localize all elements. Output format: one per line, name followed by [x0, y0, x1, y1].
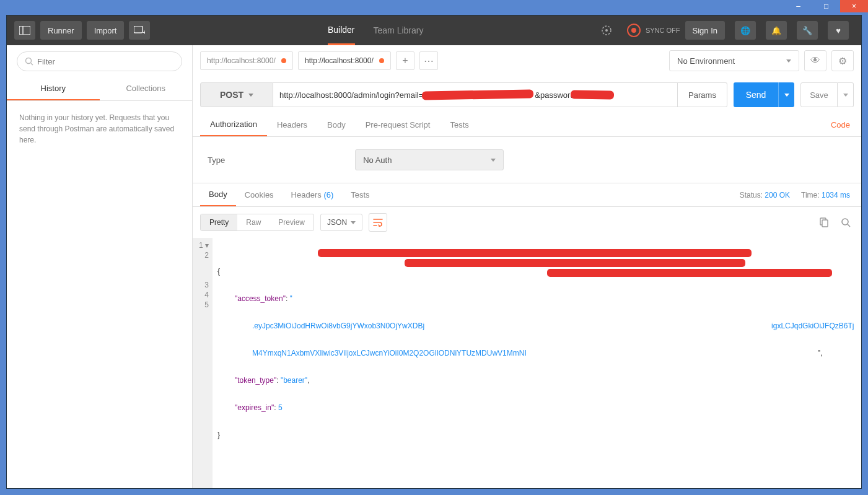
request-tab-0[interactable]: http://localhost:8000/ — [200, 51, 293, 70]
toggle-sidebar-button[interactable] — [14, 21, 35, 40]
minimize-button[interactable]: – — [784, 0, 812, 12]
response-body-toolbar: Pretty Raw Preview JSON — [193, 207, 861, 238]
chevron-down-icon — [491, 159, 496, 162]
request-body-tab[interactable]: Body — [317, 114, 356, 136]
wrap-lines-button[interactable] — [369, 213, 387, 232]
auth-type-label: Type — [208, 156, 225, 165]
builder-tab[interactable]: Builder — [328, 15, 355, 45]
status-value: 200 OK — [765, 191, 790, 199]
environment-quicklook-button[interactable]: 👁 — [804, 50, 826, 71]
request-builder-row: POST http://localhost:8000/admin/login?e… — [193, 76, 861, 113]
dirty-indicator-icon — [281, 58, 286, 63]
wrap-icon — [373, 218, 383, 227]
http-method-label: POST — [220, 90, 243, 100]
send-options-button[interactable] — [778, 82, 794, 107]
request-tab-title: http://localhost:8000/ — [305, 56, 374, 65]
filter-input[interactable] — [37, 57, 174, 66]
sign-in-button[interactable]: Sign In — [685, 21, 725, 40]
authorization-panel: Type No Auth — [193, 137, 861, 183]
chevron-down-icon — [784, 94, 789, 97]
settings-button[interactable]: 🔧 — [797, 21, 818, 40]
redaction-mark — [547, 269, 832, 277]
request-subtabs: Authorization Headers Body Pre-request S… — [193, 113, 861, 137]
save-button[interactable]: Save — [800, 82, 838, 107]
preview-option[interactable]: Preview — [270, 214, 313, 230]
import-button[interactable]: Import — [87, 21, 125, 40]
request-tests-tab[interactable]: Tests — [440, 114, 478, 136]
close-button[interactable]: × — [840, 0, 868, 12]
raw-option[interactable]: Raw — [237, 214, 270, 230]
time-label: Time: — [801, 191, 820, 199]
svg-point-8 — [26, 58, 32, 64]
response-tests-tab[interactable]: Tests — [342, 184, 378, 206]
request-url-input[interactable]: http://localhost:8000/admin/login?email=… — [273, 82, 678, 107]
wrench-icon: 🔧 — [802, 26, 812, 35]
generate-code-link[interactable]: Code — [827, 114, 854, 136]
history-tab[interactable]: History — [7, 77, 100, 100]
svg-line-13 — [848, 224, 850, 227]
status-label: Status: — [740, 191, 763, 199]
collections-tab[interactable]: Collections — [100, 77, 193, 100]
prerequest-script-tab[interactable]: Pre-request Script — [356, 114, 441, 136]
maximize-button[interactable]: □ — [812, 0, 840, 12]
time-value: 1034 ms — [822, 191, 850, 199]
globe-button[interactable]: 🌐 — [735, 21, 756, 40]
content-area: History Collections Nothing in your hist… — [7, 45, 861, 488]
interceptor-icon — [601, 25, 612, 36]
team-library-tab[interactable]: Team Library — [374, 15, 424, 45]
response-status: Status: 200 OK Time: 1034 ms — [736, 185, 854, 206]
copy-icon — [818, 217, 828, 227]
format-select[interactable]: JSON — [320, 214, 362, 231]
redaction-mark — [405, 259, 745, 267]
interceptor-button[interactable] — [596, 21, 617, 40]
send-button[interactable]: Send — [734, 82, 778, 107]
notifications-button[interactable]: 🔔 — [766, 21, 787, 40]
environment-settings-button[interactable]: ⚙ — [831, 50, 854, 71]
redaction-mark — [422, 89, 533, 100]
sync-icon — [627, 24, 641, 37]
http-method-select[interactable]: POST — [200, 82, 273, 107]
search-icon — [25, 57, 33, 66]
dirty-indicator-icon — [379, 58, 384, 63]
chevron-down-icon — [351, 221, 356, 224]
response-headers-tab[interactable]: Headers (6) — [283, 184, 343, 206]
request-tab-title: http://localhost:8000/ — [207, 56, 276, 65]
svg-line-9 — [31, 63, 33, 65]
main-panel: http://localhost:8000/ http://localhost:… — [193, 45, 861, 488]
save-options-button[interactable] — [838, 82, 854, 107]
heart-button[interactable]: ♥ — [828, 21, 849, 40]
authorization-tab[interactable]: Authorization — [200, 113, 267, 136]
pretty-option[interactable]: Pretty — [201, 214, 237, 230]
filter-search-box[interactable] — [17, 51, 182, 71]
search-response-button[interactable] — [838, 214, 854, 230]
sync-label: SYNC OFF — [646, 27, 680, 34]
sync-status[interactable]: SYNC OFF — [627, 24, 680, 37]
sidebar: History Collections Nothing in your hist… — [7, 45, 193, 488]
auth-type-select[interactable]: No Auth — [355, 149, 504, 170]
svg-rect-11 — [822, 220, 828, 227]
add-request-tab-button[interactable]: + — [396, 51, 414, 70]
globe-icon: 🌐 — [740, 26, 750, 35]
request-headers-tab[interactable]: Headers — [267, 114, 317, 136]
chevron-down-icon — [843, 94, 848, 97]
response-headers-count: (6) — [323, 190, 333, 199]
main-toolbar: Runner Import + Builder Team Library SYN… — [7, 15, 861, 45]
copy-response-button[interactable] — [815, 214, 831, 230]
window-titlebar: – □ × — [0, 0, 868, 15]
request-tabs-row: http://localhost:8000/ http://localhost:… — [193, 45, 861, 76]
bell-icon: 🔔 — [771, 26, 781, 35]
eye-icon: 👁 — [810, 55, 820, 66]
auth-type-selected: No Auth — [363, 156, 392, 165]
sidebar-icon — [19, 26, 30, 35]
response-code-area[interactable]: 1 ▾ 2 3 4 5 { "access_token": " .eyJpc3M… — [193, 238, 861, 488]
environment-select[interactable]: No Environment — [669, 50, 799, 71]
svg-point-12 — [842, 219, 848, 225]
response-cookies-tab[interactable]: Cookies — [236, 184, 283, 206]
tab-options-button[interactable]: ⋯ — [419, 51, 438, 70]
params-button[interactable]: Params — [678, 82, 727, 107]
response-body-tab[interactable]: Body — [200, 183, 236, 206]
new-tab-button[interactable]: + — [129, 21, 150, 40]
history-empty-message: Nothing in your history yet. Requests th… — [7, 101, 192, 157]
runner-button[interactable]: Runner — [40, 21, 82, 40]
request-tab-1[interactable]: http://localhost:8000/ — [298, 51, 391, 70]
